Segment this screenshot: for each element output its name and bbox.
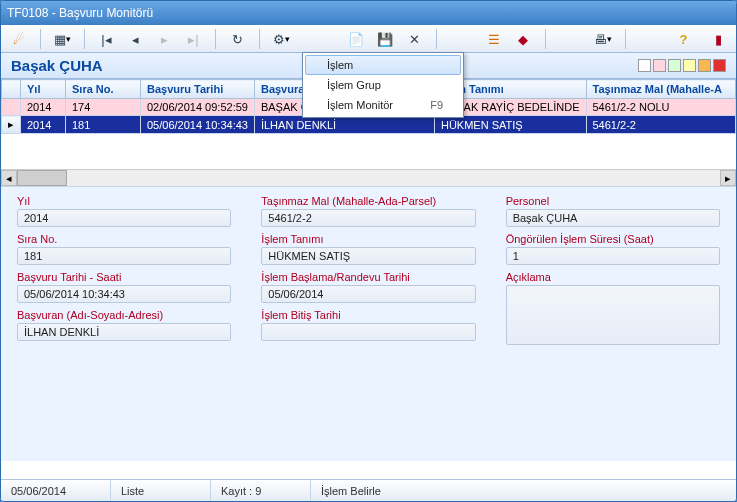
- detail-form: Yıl 2014 Sıra No. 181 Başvuru Tarihi - S…: [1, 186, 736, 461]
- label-islem-baslama: İşlem Başlama/Randevu Tarihi: [261, 271, 475, 283]
- save-icon[interactable]: 💾: [374, 27, 397, 51]
- color-filter-swatches: [638, 59, 726, 72]
- scroll-right-icon[interactable]: ▸: [720, 170, 736, 186]
- label-personel: Personel: [506, 195, 720, 207]
- field-aciklama: Açıklama: [506, 271, 720, 345]
- value-islem-bitis: [261, 323, 475, 341]
- value-sira: 181: [17, 247, 231, 265]
- window-title: TF0108 - Başvuru Monitörü: [7, 6, 153, 20]
- field-basvuru-tarihi: Başvuru Tarihi - Saati 05/06/2014 10:34:…: [17, 271, 231, 303]
- menu-item-islem[interactable]: İşlem: [305, 55, 461, 75]
- grid-header-sira[interactable]: Sıra No.: [66, 80, 141, 99]
- settings-icon[interactable]: ⚙▾: [270, 27, 293, 51]
- swatch-orange[interactable]: [698, 59, 711, 72]
- statusbar: 05/06/2014 Liste Kayıt : 9 İşlem Belirle: [1, 479, 736, 501]
- grid-header-yil[interactable]: Yıl: [21, 80, 66, 99]
- field-islem-tanimi: İşlem Tanımı HÜKMEN SATIŞ: [261, 233, 475, 265]
- field-sira: Sıra No. 181: [17, 233, 231, 265]
- grid-header-basvuru-tarihi[interactable]: Başvuru Tarihi: [141, 80, 255, 99]
- toolbar: ☄ ▦▾ |◂ ◂ ▸ ▸| ↻ ⚙▾ 📄 💾 ✕ ☰ ◆ 🖶▾ ? ▮: [1, 25, 736, 53]
- grid-icon[interactable]: ▦▾: [51, 27, 74, 51]
- label-islem-bitis: İşlem Bitiş Tarihi: [261, 309, 475, 321]
- task-icon[interactable]: 📄: [345, 27, 368, 51]
- refresh-icon[interactable]: ↻: [226, 27, 249, 51]
- value-tasinmaz: 5461/2-2: [261, 209, 475, 227]
- label-sira: Sıra No.: [17, 233, 231, 245]
- horizontal-scrollbar[interactable]: ◂ ▸: [1, 169, 736, 186]
- value-islem-tanimi: HÜKMEN SATIŞ: [261, 247, 475, 265]
- swatch-white[interactable]: [638, 59, 651, 72]
- field-islem-bitis: İşlem Bitiş Tarihi: [261, 309, 475, 341]
- nav-next-icon[interactable]: ▸: [153, 27, 176, 51]
- label-islem-tanimi: İşlem Tanımı: [261, 233, 475, 245]
- field-basvuran: Başvuran (Adı-Soyadı-Adresi) İLHAN DENKL…: [17, 309, 231, 341]
- grid-header-rowmark: [2, 80, 21, 99]
- table-row[interactable]: ▸ 2014 181 05/06/2014 10:34:43 İLHAN DEN…: [2, 116, 736, 134]
- swatch-green[interactable]: [668, 59, 681, 72]
- status-action: İşlem Belirle: [311, 480, 736, 501]
- swatch-pink[interactable]: [653, 59, 666, 72]
- menu-item-islem-grup[interactable]: İşlem Grup: [305, 75, 461, 95]
- scroll-left-icon[interactable]: ◂: [1, 170, 17, 186]
- value-islem-baslama: 05/06/2014: [261, 285, 475, 303]
- titlebar: TF0108 - Başvuru Monitörü: [1, 1, 736, 25]
- status-date: 05/06/2014: [1, 480, 111, 501]
- field-islem-baslama: İşlem Başlama/Randevu Tarihi 05/06/2014: [261, 271, 475, 303]
- menu-item-islem-monitor[interactable]: İşlem Monitör F9: [305, 95, 461, 115]
- value-basvuran: İLHAN DENKLİ: [17, 323, 231, 341]
- value-aciklama: [506, 285, 720, 345]
- nav-first-icon[interactable]: |◂: [95, 27, 118, 51]
- print-icon[interactable]: 🖶▾: [592, 27, 615, 51]
- exit-icon[interactable]: ▮: [707, 27, 730, 51]
- field-tasinmaz: Taşınmaz Mal (Mahalle-Ada-Parsel) 5461/2…: [261, 195, 475, 227]
- user-name: Başak ÇUHA: [11, 57, 103, 74]
- delete-icon[interactable]: ✕: [403, 27, 426, 51]
- value-basvuru-tarihi: 05/06/2014 10:34:43: [17, 285, 231, 303]
- help-icon[interactable]: ?: [672, 27, 695, 51]
- swatch-red[interactable]: [713, 59, 726, 72]
- scroll-thumb[interactable]: [17, 170, 67, 186]
- field-yil: Yıl 2014: [17, 195, 231, 227]
- value-sure: 1: [506, 247, 720, 265]
- app-icon[interactable]: ☄: [7, 27, 30, 51]
- nav-last-icon[interactable]: ▸|: [182, 27, 205, 51]
- settings-dropdown[interactable]: İşlem İşlem Grup İşlem Monitör F9: [302, 52, 464, 118]
- field-sure: Öngörülen İşlem Süresi (Saat) 1: [506, 233, 720, 265]
- label-basvuru-tarihi: Başvuru Tarihi - Saati: [17, 271, 231, 283]
- nav-prev-icon[interactable]: ◂: [124, 27, 147, 51]
- field-personel: Personel Başak ÇUHA: [506, 195, 720, 227]
- value-personel: Başak ÇUHA: [506, 209, 720, 227]
- label-aciklama: Açıklama: [506, 271, 720, 283]
- value-yil: 2014: [17, 209, 231, 227]
- book-icon[interactable]: ◆: [512, 27, 535, 51]
- label-tasinmaz: Taşınmaz Mal (Mahalle-Ada-Parsel): [261, 195, 475, 207]
- label-sure: Öngörülen İşlem Süresi (Saat): [506, 233, 720, 245]
- list-icon[interactable]: ☰: [483, 27, 506, 51]
- grid-header-tasinmaz[interactable]: Taşınmaz Mal (Mahalle-A: [586, 80, 736, 99]
- swatch-yellow[interactable]: [683, 59, 696, 72]
- status-mode: Liste: [111, 480, 211, 501]
- label-basvuran: Başvuran (Adı-Soyadı-Adresi): [17, 309, 231, 321]
- status-count: Kayıt : 9: [211, 480, 311, 501]
- label-yil: Yıl: [17, 195, 231, 207]
